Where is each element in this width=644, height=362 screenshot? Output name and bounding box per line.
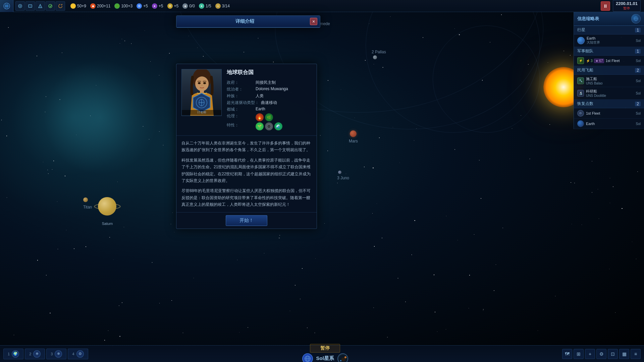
section-military: 军事舰队 1 xyxy=(574,47,644,56)
icon-2-svg xyxy=(28,4,33,8)
bottom-tabs: 1 🌍 2 ❄ 3 ❄ 4 ⚙ xyxy=(0,349,92,359)
icon-5-svg xyxy=(58,4,63,8)
svg-point-5 xyxy=(19,5,21,7)
recovery-earth-loc: Sol xyxy=(636,122,641,126)
ruler-label: 统治者： xyxy=(227,86,254,92)
emblem-label: 计名称 xyxy=(182,110,221,115)
recovery-fleet-name: 1st Fleet xyxy=(586,111,634,115)
action-icon-4[interactable] xyxy=(46,1,55,11)
action-icon-2[interactable] xyxy=(25,1,35,11)
capital-value: Earth xyxy=(256,107,265,111)
resource-influence[interactable]: ● +5 xyxy=(152,3,163,9)
resource-trade[interactable]: ⚔ 3/14 xyxy=(215,3,230,9)
layout-btn[interactable]: ▦ xyxy=(619,349,629,359)
planet-mars[interactable] xyxy=(350,130,357,137)
globe-svg xyxy=(633,16,639,21)
planet-earth-item[interactable]: Earth 大陆世界 Sol xyxy=(574,35,644,47)
filter-btn[interactable]: ⊞ xyxy=(574,349,584,359)
planets-section-count: 1 xyxy=(635,28,641,33)
consumer-icon: ● xyxy=(199,3,204,9)
svg-point-16 xyxy=(195,76,209,91)
planet-juno[interactable] xyxy=(338,171,341,174)
dialog-header: 详细介绍 × xyxy=(176,16,320,27)
resource-alloys[interactable]: ◈ 0/0 xyxy=(182,3,195,9)
date-display: 2200.01.01 暂停 xyxy=(613,0,641,12)
info-panel-header: 信息缩略表 xyxy=(574,12,644,26)
system-icon[interactable] xyxy=(302,353,313,362)
planet-pallas[interactable] xyxy=(373,55,377,59)
civ-name: 地球联合国 xyxy=(227,69,312,76)
food-value: 100+3 xyxy=(121,4,132,8)
resource-unity[interactable]: ⚙ +5 xyxy=(167,3,179,9)
unity-icon: ⚙ xyxy=(167,3,173,9)
settings-btn[interactable]: ⚙ xyxy=(596,349,606,359)
tab-4-icon: ⚙ xyxy=(76,350,84,358)
pause-label: 暂停 xyxy=(616,6,638,11)
species-value: 人类 xyxy=(256,93,264,99)
earth-item-loc: Sol xyxy=(636,39,641,43)
svg-point-11 xyxy=(49,4,52,8)
list-btn[interactable]: ≡ xyxy=(631,349,641,359)
icon-4-svg xyxy=(48,4,53,8)
bottom-tab-2[interactable]: 2 ❄ xyxy=(25,349,45,359)
map-btn[interactable]: 🗺 xyxy=(562,349,572,359)
info-panel-title: 信息缩略表 xyxy=(577,16,599,22)
ship-doolittle-item[interactable]: 🔬 科研船 UNS Doolittle Sol xyxy=(574,87,644,100)
bottom-tab-3[interactable]: 3 ❄ xyxy=(46,349,66,359)
action-icon-5[interactable] xyxy=(56,1,65,11)
pause-button[interactable]: ⏸ xyxy=(601,1,610,11)
recovery-fleet-item[interactable]: ⟳ 1st Fleet Sol xyxy=(574,108,644,119)
juno-label: 3 Juno xyxy=(337,176,349,180)
section-recovery: 恢复点数 2 xyxy=(574,100,644,108)
svg-point-33 xyxy=(340,360,341,361)
consumer-value: 1/5 xyxy=(206,4,211,8)
section-planets: 行星 1 xyxy=(574,26,644,35)
resource-energy[interactable]: ⚡ 50+9 xyxy=(70,3,86,9)
balao-item-text: 施工船 UNS Balao xyxy=(586,76,634,85)
resource-science[interactable]: ⚙ +5 xyxy=(137,3,148,9)
tab-3-num: 3 xyxy=(51,352,53,356)
earth-icon xyxy=(577,37,585,44)
empire-logo-btn[interactable] xyxy=(0,0,13,12)
resource-food[interactable]: 🌿 100+3 xyxy=(114,3,132,9)
influence-icon: ● xyxy=(152,3,157,9)
ethic-icon-2: 🌿 xyxy=(265,113,273,121)
civilian-section-title: 民用飞船 xyxy=(577,67,593,73)
saturn-group[interactable]: Saturn xyxy=(94,193,121,226)
capital-row: 都城： Earth xyxy=(227,107,312,112)
dialog-close-button[interactable]: × xyxy=(310,18,317,25)
recovery-earth-item[interactable]: Earth Sol xyxy=(574,119,644,129)
planet-titan[interactable] xyxy=(83,197,88,202)
civ-info: 地球联合国 政府： 间接民主制 统治者： Dolores Muwanga 种族：… xyxy=(227,69,312,130)
zoom-fit-btn[interactable]: ⊡ xyxy=(608,349,618,359)
titan-label: Titan xyxy=(83,205,92,209)
bottom-tab-4[interactable]: 4 ⚙ xyxy=(68,349,88,359)
action-icon-1[interactable] xyxy=(15,1,25,11)
civ-portrait: 计名称 xyxy=(181,69,222,116)
globe-icon[interactable] xyxy=(631,14,641,23)
resource-bar: ⚡ 50+9 ◆ 200+11 🌿 100+3 ⚙ +5 ● +5 ⚙ +5 ◈… xyxy=(67,3,597,9)
recovery-section-title: 恢复点数 xyxy=(577,101,593,107)
government-label: 政府： xyxy=(227,80,254,85)
bottom-tab-1[interactable]: 1 🌍 xyxy=(3,349,23,359)
civ-panel: 计名称 地球联合国 政府： 间接民主制 统治者： Dolores Muwanga… xyxy=(176,64,317,229)
military-section-count: 1 xyxy=(635,49,641,54)
energy-icon: ⚡ xyxy=(70,3,76,9)
ship-balao-item[interactable]: 🔧 施工船 UNS Balao Sol xyxy=(574,75,644,87)
action-icon-3[interactable] xyxy=(36,1,45,11)
saturn-planet xyxy=(98,197,116,216)
resource-consumer[interactable]: ● 1/5 xyxy=(199,3,211,9)
ruler-value: Dolores Muwanga xyxy=(256,86,288,91)
tab-3-icon: ❄ xyxy=(55,350,62,358)
doolittle-loc: Sol xyxy=(636,92,641,95)
zoom-in-btn[interactable]: + xyxy=(585,349,595,359)
section-civilian: 民用飞船 2 xyxy=(574,66,644,75)
fleet-item[interactable]: ⚡ ⚡ 3 ★ 67 1st Fleet Sol xyxy=(574,56,644,66)
start-game-button[interactable]: 开始！ xyxy=(226,215,267,226)
ethics-icons: 🔥 🌿 xyxy=(256,113,273,121)
government-row: 政府： 间接民主制 xyxy=(227,80,312,85)
ftl-row: 超光速驱动类型： 曲速移动 xyxy=(227,100,312,106)
dialog-title: 详细介绍 xyxy=(181,18,308,24)
resource-mineral[interactable]: ◆ 200+11 xyxy=(90,3,110,9)
trade-value: 3/14 xyxy=(222,4,230,8)
